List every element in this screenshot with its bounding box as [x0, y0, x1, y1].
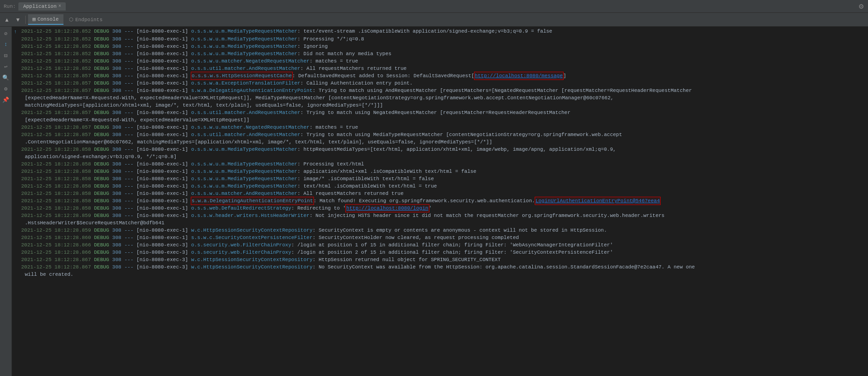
log-line: 2021-12-25 18:12:28.858 DEBUG 308 --- [n… [12, 146, 868, 153]
sidebar-icon-wrap[interactable]: ↩ [1, 62, 11, 72]
log-line: 2021-12-25 18:12:28.852 DEBUG 308 --- [n… [12, 35, 868, 43]
sidebar-icon-search[interactable]: 🔍 [1, 73, 11, 83]
scroll-up-button[interactable]: ▲ [2, 15, 12, 24]
console-icon: ▤ [33, 16, 36, 22]
endpoints-icon: ⬡ [69, 17, 74, 23]
app-tab[interactable]: Application × [18, 2, 66, 11]
title-bar-left: Run: Application × [4, 2, 66, 11]
log-line: 2021-12-25 18:12:28.852 DEBUG 308 --- [n… [12, 57, 868, 65]
log-line: 2021-12-25 18:12:28.858 DEBUG 308 --- [n… [12, 205, 868, 212]
sidebar-icon-settings[interactable]: ⚙ [1, 84, 11, 94]
tab-console[interactable]: ▤ Console [28, 14, 63, 25]
log-line: 2021-12-25 18:12:28.858 DEBUG 308 --- [n… [12, 197, 868, 205]
log-continuation: application/signed-exchange;v=b3;q=0.9, … [12, 153, 868, 160]
log-line: 2021-12-25 18:12:28.859 DEBUG 308 --- [n… [12, 227, 868, 234]
log-line: 2021-12-25 18:12:28.857 DEBUG 308 --- [n… [12, 80, 868, 87]
log-line: 2021-12-25 18:12:28.867 DEBUG 308 --- [n… [12, 263, 868, 271]
sidebar-icon-filter[interactable]: ⊟ [1, 51, 11, 61]
tab-endpoints[interactable]: ⬡ Endpoints [64, 15, 107, 24]
log-line: 2021-12-25 18:12:28.858 DEBUG 308 --- [n… [12, 160, 868, 168]
sidebar-icon-clear[interactable]: ⊘ [1, 28, 11, 39]
log-line: 2021-12-25 18:12:28.857 DEBUG 308 --- [n… [12, 87, 868, 94]
sidebar: ⊘ ↕ ⊟ ↩ 🔍 ⚙ 📌 [0, 27, 12, 376]
log-line: 2021-12-25 18:12:28.852 DEBUG 308 --- [n… [12, 65, 868, 72]
log-line: 2021-12-25 18:12:28.857 DEBUG 308 --- [n… [12, 109, 868, 116]
log-line: ↑2021-12-25 18:12:28.852 DEBUG 308 --- [… [12, 28, 868, 35]
log-line: 2021-12-25 18:12:28.857 DEBUG 308 --- [n… [12, 72, 868, 80]
main-layout: ⊘ ↕ ⊟ ↩ 🔍 ⚙ 📌 ↑2021-12-25 18:12:28.852 D… [0, 27, 868, 376]
log-line: 2021-12-25 18:12:28.852 DEBUG 308 --- [n… [12, 43, 868, 50]
log-continuation: matchingMediaTypes=[application/xhtml+xm… [12, 102, 868, 109]
log-line: 2021-12-25 18:12:28.857 DEBUG 308 --- [n… [12, 131, 868, 138]
title-bar: Run: Application × ⚙ [0, 0, 868, 13]
sidebar-icon-scroll[interactable]: ↕ [1, 40, 11, 50]
log-continuation: .ContentNegotiationManager@60c07662, mat… [12, 138, 868, 146]
close-icon[interactable]: × [58, 4, 61, 9]
title-bar-right: ⚙ [858, 3, 864, 10]
log-continuation: will be created. [12, 271, 868, 278]
log-line: 2021-12-25 18:12:28.867 DEBUG 308 --- [n… [12, 256, 868, 263]
log-line: 2021-12-25 18:12:28.859 DEBUG 308 --- [n… [12, 212, 868, 219]
log-line: 2021-12-25 18:12:28.860 DEBUG 308 --- [n… [12, 234, 868, 241]
log-line: 2021-12-25 18:12:28.858 DEBUG 308 --- [n… [12, 175, 868, 182]
run-label: Run: [4, 4, 16, 9]
log-line: 2021-12-25 18:12:28.858 DEBUG 308 --- [n… [12, 182, 868, 190]
toolbar: ▲ ▼ ▤ Console ⬡ Endpoints [0, 13, 868, 27]
log-line: 2021-12-25 18:12:28.857 DEBUG 308 --- [n… [12, 124, 868, 131]
toolbar-separator [25, 16, 26, 24]
log-line: 2021-12-25 18:12:28.866 DEBUG 308 --- [n… [12, 241, 868, 249]
log-continuation: .HstsHeaderWriter$SecureRequestMatcher@b… [12, 219, 868, 227]
log-line: 2021-12-25 18:12:28.858 DEBUG 308 --- [n… [12, 168, 868, 175]
sidebar-icon-pin[interactable]: 📌 [1, 95, 11, 105]
log-line: 2021-12-25 18:12:28.858 DEBUG 308 --- [n… [12, 190, 868, 197]
log-line: 2021-12-25 18:12:28.866 DEBUG 308 --- [n… [12, 249, 868, 256]
scroll-down-button[interactable]: ▼ [13, 15, 23, 24]
log-continuation: [expectedHeaderName=X-Requested-With, ex… [12, 116, 868, 124]
console-tab-label: Console [37, 17, 58, 22]
settings-icon[interactable]: ⚙ [858, 3, 864, 10]
endpoints-tab-label: Endpoints [75, 17, 103, 23]
log-content[interactable]: ↑2021-12-25 18:12:28.852 DEBUG 308 --- [… [12, 27, 868, 376]
app-tab-label: Application [23, 4, 57, 9]
log-line: 2021-12-25 18:12:28.852 DEBUG 308 --- [n… [12, 50, 868, 57]
log-continuation: [expectedHeaderName=X-Requested-With, ex… [12, 94, 868, 102]
